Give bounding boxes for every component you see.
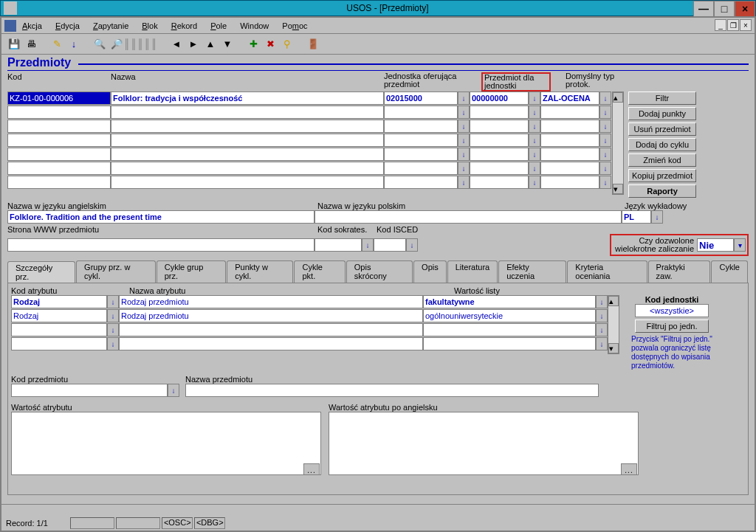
lov-icon[interactable]: ↓ [599,162,611,175]
kod-atrybutu-input[interactable] [11,309,107,322]
scroll-down-icon[interactable]: ▾ [613,184,623,194]
tab-kryteria[interactable]: Kryteria oceniania [567,260,647,283]
lov-icon[interactable]: ↓ [107,323,119,336]
lov-icon[interactable]: ↓ [599,120,611,133]
expand-button[interactable]: ... [303,463,320,475]
tab-opis[interactable]: Opis [413,260,447,283]
menu-window[interactable]: Window [240,21,269,30]
scrollbar[interactable]: ▴▾ [608,295,619,354]
jedn-dla-input[interactable] [470,106,529,119]
lov-icon[interactable]: ↓ [458,91,470,105]
nazwa-ang-input[interactable] [7,210,315,224]
wartosc-atrybutu-ang-textarea[interactable] [329,412,639,475]
query-icon[interactable]: 🔎 [109,36,125,52]
jezyk-input[interactable] [622,210,651,224]
delete-icon[interactable]: ✖ [262,36,278,52]
mdi-minimize[interactable]: _ [715,19,726,31]
lov-icon[interactable]: ↓ [529,148,540,161]
menu-edycja[interactable]: Edycja [55,21,80,30]
save-icon[interactable]: 💾 [6,36,22,52]
nazwa-atrybutu-input[interactable] [119,295,423,308]
tab-punkty[interactable]: Punkty w cykl. [227,260,293,283]
lov-icon[interactable]: ↓ [458,106,470,119]
lov-icon[interactable]: ↓ [458,120,470,133]
scrollbar[interactable]: ▴ ▾ [612,91,624,195]
typ-protok-input[interactable] [540,91,599,105]
down-icon[interactable]: ▼ [219,36,236,52]
dodaj-do-cyklu-button[interactable]: Dodaj do cyklu [628,138,696,151]
lov-icon[interactable]: ↓ [107,309,119,322]
wartosc-listy-input[interactable] [423,309,596,322]
lov-icon[interactable]: ↓ [107,337,119,350]
jedn-dla-input[interactable] [470,91,529,105]
tab-efekty[interactable]: Efekty uczenia [498,260,566,283]
kod-przedmiotu-input[interactable] [11,384,168,397]
lov-icon[interactable]: ↓ [458,162,470,175]
exit-icon[interactable]: 🚪 [305,36,321,52]
lov-icon[interactable]: ↓ [362,238,374,252]
lov-icon[interactable]: ↓ [458,176,470,189]
filtr-button[interactable]: Filtr [628,91,696,105]
usun-przedmiot-button[interactable]: Usuń przedmiot [628,122,696,136]
scroll-up-icon[interactable]: ▴ [613,92,623,103]
search-icon[interactable]: 🔍 [92,36,108,52]
up-icon[interactable]: ▲ [202,36,219,52]
next-icon[interactable]: ► [185,36,202,52]
filtruj-po-jedn-button[interactable]: Filtruj po jedn. [635,319,709,333]
typ-protok-input[interactable] [540,106,599,119]
dropdown-icon[interactable]: ▾ [734,238,746,252]
lov-icon[interactable]: ↓ [599,91,611,105]
close-button[interactable]: × [735,1,755,17]
jedn-of-input[interactable] [384,106,458,119]
lov-icon[interactable]: ↓ [596,295,608,308]
expand-button[interactable]: ... [621,463,637,475]
edit-icon[interactable]: ✎ [49,36,65,52]
add-icon[interactable]: ✚ [245,36,261,52]
kod-sokrates-input[interactable] [315,238,362,252]
key-icon[interactable]: ⚲ [279,36,295,52]
kopiuj-przedmiot-button[interactable]: Kopiuj przedmiot [628,169,696,182]
nazwa-input[interactable] [111,106,384,119]
tab-literatura[interactable]: Literatura [447,260,498,283]
mdi-close[interactable]: × [740,19,752,31]
lov-icon[interactable]: ↓ [599,148,611,161]
lov-icon[interactable]: ↓ [596,337,608,350]
tab-cykle-grup[interactable]: Cykle grup prz. [157,260,226,283]
bars2-icon[interactable]: ║║ [142,36,159,52]
menu-pomoc[interactable]: Pomoc [282,21,307,30]
lov-icon[interactable]: ↓ [599,134,611,147]
kod-isced-input[interactable] [374,238,406,252]
lov-icon[interactable]: ↓ [168,384,179,397]
lov-icon[interactable]: ↓ [529,134,540,147]
menu-zapytanie[interactable]: Zapytanie [93,21,128,30]
kod-input[interactable] [7,106,111,119]
nazwa-pl-input[interactable] [315,210,622,224]
menu-akcja[interactable]: Akcja [22,21,42,30]
tab-szczegoly[interactable]: Szczegóły prz. [7,261,75,283]
zmien-kod-button[interactable]: Zmień kod [628,153,696,167]
lov-icon[interactable]: ↓ [529,176,540,189]
nazwa-przedmiotu-input[interactable] [185,384,599,397]
lov-icon[interactable]: ↓ [596,323,608,336]
lov-icon[interactable]: ↓ [406,238,418,252]
arrow-down-icon[interactable]: ↓ [66,36,82,52]
lov-icon[interactable]: ↓ [529,106,540,119]
wartosc-atrybutu-textarea[interactable] [11,412,321,475]
tab-cykle-pkt[interactable]: Cykle pkt. [294,260,345,283]
raporty-button[interactable]: Raporty [628,184,696,198]
menu-pole[interactable]: Pole [210,21,227,30]
lov-icon[interactable]: ↓ [529,162,540,175]
nazwa-input[interactable] [111,91,384,105]
lov-icon[interactable]: ↓ [107,295,119,308]
prev-icon[interactable]: ◄ [168,36,185,52]
dodaj-punkty-button[interactable]: Dodaj punkty [628,107,696,120]
lov-icon[interactable]: ↓ [529,120,540,133]
lov-icon[interactable]: ↓ [529,91,540,105]
lov-icon[interactable]: ↓ [651,210,663,224]
lov-icon[interactable]: ↓ [599,176,611,189]
tab-opis-skrocony[interactable]: Opis skrócony [346,260,413,283]
menu-rekord[interactable]: Rekord [171,21,197,30]
lov-icon[interactable]: ↓ [599,106,611,119]
nazwa-atrybutu-input[interactable] [119,309,423,322]
lov-icon[interactable]: ↓ [596,309,608,322]
